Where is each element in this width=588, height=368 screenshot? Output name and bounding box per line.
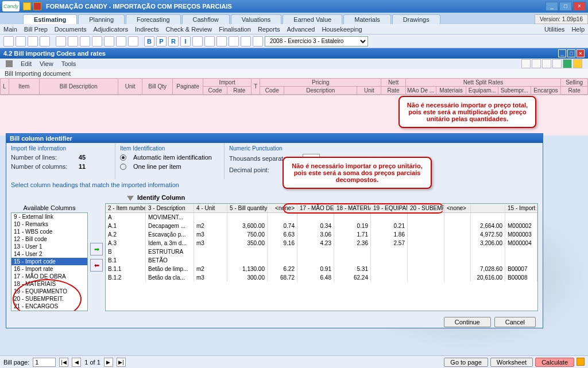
- col-equipam[interactable]: Equipam...: [466, 87, 498, 95]
- import-preview-grid[interactable]: 2 - Item number 3 - Description 4 - Unit…: [105, 203, 538, 311]
- toolbar-btn[interactable]: [128, 36, 138, 47]
- gcol-import[interactable]: 15 - Import c...: [505, 204, 537, 212]
- table-row[interactable]: BESTRUTURA: [106, 247, 537, 256]
- tab-cashflow[interactable]: Cashflow: [182, 14, 230, 24]
- col-price-unit[interactable]: Unit: [357, 87, 381, 95]
- doc-close-icon[interactable]: ×: [577, 49, 585, 57]
- list-item[interactable]: 16 - Import rate: [11, 265, 87, 273]
- col-encargos[interactable]: Encargos: [531, 87, 561, 95]
- list-item[interactable]: 21 - ENCARGOS: [11, 303, 87, 310]
- gcol-qty[interactable]: 5 - Bill quantity: [227, 204, 268, 212]
- close-app-button[interactable]: ×: [573, 2, 586, 11]
- worksheet-button[interactable]: Worksheet: [490, 358, 533, 367]
- excel-icon[interactable]: [563, 59, 572, 68]
- available-columns-list[interactable]: 9 - External link10 - Remarks11 - WBS co…: [11, 212, 88, 311]
- help-icon[interactable]: [573, 59, 582, 68]
- col-qty[interactable]: Bill Qty: [142, 79, 173, 95]
- toolbar-btn[interactable]: [116, 36, 126, 47]
- toolbar-btn[interactable]: [80, 36, 90, 47]
- nav-first-icon[interactable]: |◀: [59, 358, 68, 367]
- menu-check-review[interactable]: Check & Review: [166, 26, 212, 33]
- menu-documents[interactable]: Documents: [55, 26, 87, 33]
- move-right-button[interactable]: ➡: [90, 243, 103, 255]
- tab-drawings[interactable]: Drawings: [392, 14, 440, 24]
- col-nett-rate[interactable]: Rate: [381, 87, 405, 95]
- col-selling-rate[interactable]: Rate: [561, 87, 588, 95]
- col-l[interactable]: L: [1, 79, 9, 95]
- zoom-in-icon[interactable]: [532, 59, 541, 68]
- col-unit[interactable]: Unit: [118, 79, 142, 95]
- toolbar-btn[interactable]: [253, 36, 263, 47]
- col-paginate[interactable]: Paginate: [173, 79, 203, 95]
- goto-page-button[interactable]: Go to page: [444, 358, 488, 367]
- list-item[interactable]: 19 - EQUIPAMENTO: [11, 288, 87, 295]
- menu-edit[interactable]: Edit: [21, 60, 32, 67]
- table-row[interactable]: B.1.1Betão de limp...m21,130.006.220.915…: [106, 265, 537, 273]
- gcol-none1[interactable]: <none>: [268, 204, 297, 212]
- continue-button[interactable]: Continue: [444, 317, 491, 327]
- tab-estimating[interactable]: Estimating: [23, 14, 77, 24]
- doc-min-icon[interactable]: _: [558, 49, 566, 57]
- gcol-mat[interactable]: 18 - MATERIAIS: [334, 204, 371, 212]
- tab-planning[interactable]: Planning: [78, 14, 125, 24]
- menu-housekeeping[interactable]: Housekeeping: [322, 26, 362, 33]
- gcol-mao[interactable]: 17 - MÃO DE ...: [297, 204, 334, 212]
- list-item[interactable]: 13 - User 1: [11, 243, 87, 250]
- toolbar-btn[interactable]: [241, 36, 251, 47]
- table-row[interactable]: AMOVIMENT...: [106, 213, 537, 222]
- menu-view[interactable]: View: [40, 60, 53, 67]
- menu-reports[interactable]: Reports: [258, 26, 280, 33]
- tab-earned-value[interactable]: Earned Value: [283, 14, 342, 24]
- find-icon[interactable]: [552, 59, 562, 68]
- tb-icon-1[interactable]: [23, 2, 31, 10]
- col-materiais[interactable]: Materiais: [436, 87, 466, 95]
- zoom-out-icon[interactable]: [521, 59, 531, 68]
- toolbar-btn[interactable]: [40, 36, 50, 47]
- toolbar-btn[interactable]: [68, 36, 78, 47]
- col-price-desc[interactable]: Description: [284, 87, 357, 95]
- toolbar-b-icon[interactable]: B: [144, 36, 154, 47]
- toolbar-i-icon[interactable]: I: [180, 36, 191, 47]
- list-item[interactable]: 15 - Import code: [11, 258, 87, 265]
- list-item[interactable]: 20 - SUBEMPREIT.: [11, 295, 87, 303]
- tab-forecasting[interactable]: Forecasting: [126, 14, 180, 24]
- menu-help[interactable]: Help: [571, 26, 585, 33]
- table-row[interactable]: A.2Escavação p...m3750.006.633.061.711.8…: [106, 230, 537, 239]
- gcol-blank[interactable]: [471, 204, 505, 212]
- gcol-equip[interactable]: 19 - EQUIPAM...: [371, 204, 408, 212]
- radio-auto-item[interactable]: [120, 154, 126, 161]
- menu-indirects[interactable]: Indirects: [135, 26, 159, 33]
- toolbar-p-icon[interactable]: P: [156, 36, 167, 47]
- tab-valuations[interactable]: Valuations: [231, 14, 282, 24]
- toolbar-btn[interactable]: [192, 36, 203, 47]
- list-item[interactable]: 14 - User 2: [11, 250, 87, 258]
- table-row[interactable]: A.3Idem, a 3m d...m3350.009.164.232.362.…: [106, 239, 537, 247]
- tab-materials[interactable]: Materials: [343, 14, 391, 24]
- menu-advanced[interactable]: Advanced: [287, 26, 315, 33]
- col-price-code[interactable]: Code: [260, 87, 284, 95]
- toolbar-btn[interactable]: [56, 36, 66, 47]
- menu-finalisation[interactable]: Finalisation: [219, 26, 251, 33]
- col-import-rate[interactable]: Rate: [227, 87, 252, 95]
- tb-icon-2[interactable]: [33, 2, 41, 10]
- project-selector[interactable]: 2008 - Exercício 3 - Estaleiro: [265, 36, 368, 47]
- toolbar-btn[interactable]: [216, 36, 227, 47]
- table-row[interactable]: A.1Decapagem ...m23,600.000.740.340.190.…: [106, 222, 537, 230]
- menu-utilities[interactable]: Utilities: [544, 26, 564, 33]
- maximize-button[interactable]: □: [559, 2, 572, 11]
- gcol-subemp[interactable]: 20 - SUBEMP...: [408, 204, 444, 212]
- toolbar-btn[interactable]: [28, 36, 38, 47]
- menu-tools[interactable]: Tools: [61, 60, 76, 67]
- list-item[interactable]: 10 - Remarks: [11, 220, 87, 228]
- table-row[interactable]: B.1BETÃO: [106, 256, 537, 265]
- list-item[interactable]: 18 - MATERIAIS: [11, 280, 87, 288]
- minimize-button[interactable]: _: [546, 2, 558, 11]
- list-item[interactable]: 17 - MÃO DE OBRA: [11, 273, 87, 280]
- doc-max-icon[interactable]: □: [567, 49, 575, 57]
- gcol-unit[interactable]: 4 - Unit: [194, 204, 227, 212]
- zoom-fit-icon[interactable]: [542, 59, 551, 68]
- nav-prev-icon[interactable]: ◀: [72, 358, 81, 367]
- nav-last-icon[interactable]: ▶|: [117, 358, 126, 367]
- list-item[interactable]: 12 - Bill code: [11, 235, 87, 243]
- col-subempr[interactable]: Subempr...: [498, 87, 531, 95]
